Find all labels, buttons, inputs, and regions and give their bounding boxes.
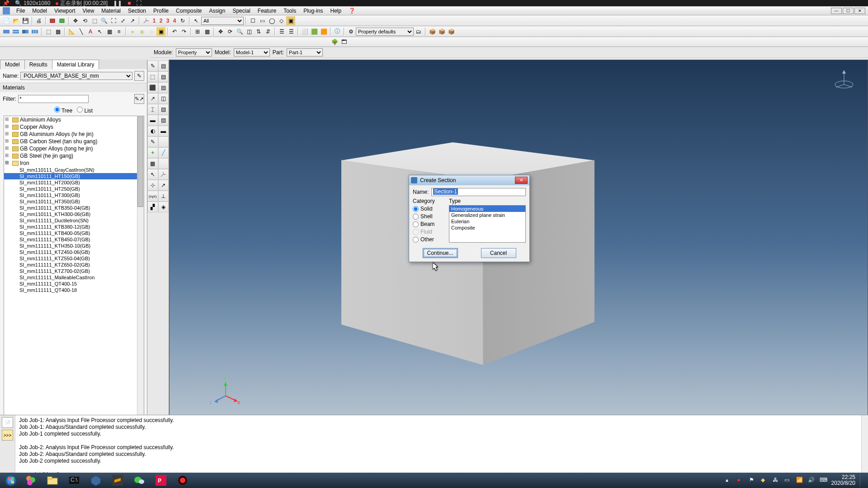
rec-pause-icon[interactable]: ❚❚ <box>113 0 122 6</box>
menu-file[interactable]: File <box>13 7 28 15</box>
rect-select-icon[interactable]: ▭ <box>258 16 267 25</box>
tree-material-item[interactable]: SI_mm111111_KTB380-12(GB) <box>4 224 144 230</box>
view-1-button[interactable]: 1 <box>151 16 157 25</box>
close-button[interactable]: ✕ <box>854 8 865 14</box>
grid-icon[interactable]: ▦ <box>203 27 212 36</box>
tray-net-icon[interactable]: 🖧 <box>773 477 780 484</box>
rows-icon[interactable]: ☰ <box>277 27 286 36</box>
category-beam[interactable]: Beam <box>413 221 445 227</box>
task-wechat[interactable] <box>129 474 150 487</box>
composite-mgr-icon[interactable]: ▤ <box>158 115 169 126</box>
sphere3-icon[interactable]: ○ <box>147 27 156 36</box>
datum-icon[interactable]: ╱ <box>158 147 169 158</box>
viewport[interactable]: x y z Create Section ✕ Name: Section-1 <box>169 60 868 429</box>
tree-material-item[interactable]: SI_mm111111_KTZ550-04(GB) <box>4 255 144 262</box>
rec-stop-icon[interactable]: ■ <box>127 0 131 6</box>
tree-material-item[interactable]: SI_mm111111_DuctileIron(SN) <box>4 217 144 224</box>
tab-material-library[interactable]: Material Library <box>52 60 99 69</box>
task-explorer[interactable] <box>42 474 63 487</box>
table-icon[interactable]: ▦ <box>105 27 114 36</box>
replace-icon[interactable]: ☐ <box>248 16 257 25</box>
continue-button[interactable]: Continue... <box>423 248 458 258</box>
vsync-icon[interactable]: ⇵ <box>264 27 273 36</box>
dialog-titlebar[interactable]: Create Section ✕ <box>409 175 529 185</box>
tray-lang-icon[interactable]: ⌨ <box>820 477 827 484</box>
task-cmd[interactable]: C:\ <box>64 474 85 487</box>
menu-material[interactable]: Material <box>98 7 124 15</box>
line-icon[interactable]: ╲ <box>76 27 85 36</box>
model-select[interactable]: Model-1 <box>234 48 270 56</box>
mesh-icon[interactable]: ⊞ <box>193 27 202 36</box>
tree-material-item[interactable]: SI_mm110111_HT150(GB) <box>4 173 144 179</box>
section-manager-icon[interactable]: ▤ <box>158 71 169 82</box>
beam-orient-icon[interactable]: ◫ <box>158 93 169 104</box>
view-4-button[interactable]: 4 <box>171 16 178 25</box>
rec-settings-icon[interactable]: ⛶ <box>136 0 142 6</box>
task-recorder[interactable] <box>172 474 193 487</box>
library-name-select[interactable]: POLARIS_MAT_BASE_SI_mm <box>20 72 132 80</box>
menu-plugins[interactable]: Plug-ins <box>300 7 326 15</box>
menu-feature[interactable]: Feature <box>254 7 280 15</box>
view-2-button[interactable]: 2 <box>158 16 164 25</box>
tree-icon[interactable]: 🌳 <box>330 38 339 47</box>
front-view-icon[interactable]: ⬚ <box>90 16 99 25</box>
cs-icon[interactable]: ↗ <box>158 180 169 191</box>
ortho-icon[interactable]: ▦ <box>53 27 62 36</box>
console-scrollbar[interactable] <box>861 415 868 473</box>
minimize-button[interactable]: — <box>831 8 842 14</box>
maximize-button[interactable]: ☐ <box>843 8 854 14</box>
tree-material-item[interactable]: SI_mm111111_KTB400-05(GB) <box>4 230 144 236</box>
rows2-icon[interactable]: ☰ <box>287 27 296 36</box>
stack-icon[interactable]: 🗂 <box>414 27 423 36</box>
list-radio[interactable]: List <box>77 108 93 114</box>
skin-icon[interactable]: ◐ <box>147 126 158 136</box>
shaded-icon[interactable] <box>21 27 30 36</box>
tree-material-item[interactable]: SI_mm111111_KTZ450-06(GB) <box>4 249 144 255</box>
tray-clock[interactable]: 22:25 2020/8/20 <box>831 474 855 486</box>
edges-icon[interactable] <box>30 27 39 36</box>
menu-section[interactable]: Section <box>124 7 150 15</box>
show-desktop-button[interactable] <box>860 474 863 487</box>
type-item[interactable]: Eulerian <box>449 218 525 225</box>
tree-material-item[interactable]: SI_mm111111_MalleableCastIron <box>4 274 144 281</box>
tray-up-icon[interactable]: ▴ <box>726 477 733 484</box>
face-icon[interactable]: ◈ <box>158 202 169 212</box>
selection-filter[interactable]: All <box>201 17 244 25</box>
menu-assign[interactable]: Assign <box>205 7 229 15</box>
cube1-icon[interactable]: ⬜ <box>300 27 309 36</box>
sync-icon[interactable]: ⇅ <box>254 27 263 36</box>
partition-icon[interactable]: ▦ <box>147 158 158 169</box>
menu-tools[interactable]: Tools <box>280 7 300 15</box>
tree-material-item[interactable]: SI_mm110111_HT300(GB) <box>4 192 144 198</box>
undo-view-icon[interactable]: ↶ <box>170 27 179 36</box>
ref-point-icon[interactable]: ⊹ <box>147 180 158 191</box>
menu-composite[interactable]: Composite <box>172 7 205 15</box>
composite-icon[interactable]: ▬ <box>147 115 158 126</box>
material-tree[interactable]: Aluminium Alloys Copper Alloys GB Alumin… <box>4 116 144 417</box>
create-section-icon[interactable]: ⬚ <box>147 71 158 82</box>
axis2-icon[interactable]: ↗ <box>128 16 137 25</box>
stringer-icon[interactable]: ▬ <box>158 126 169 136</box>
list-icon[interactable]: ≡ <box>114 27 123 36</box>
axis-icon[interactable]: ⤢ <box>118 16 127 25</box>
select-icon[interactable]: ↖ <box>192 16 201 25</box>
highlight-icon[interactable]: ▣ <box>156 27 165 36</box>
tab-model[interactable]: Model <box>0 60 25 69</box>
box-icon[interactable]: ◫ <box>245 27 254 36</box>
tree-material-item[interactable]: SI_mm110111_HT200(GB) <box>4 179 144 186</box>
material-manager-icon[interactable]: ▤ <box>158 61 169 71</box>
menu-help[interactable]: Help <box>327 7 345 15</box>
tree-material-item[interactable]: SI_mm111111_QT400-18 <box>4 287 144 293</box>
move-icon[interactable]: ✥ <box>216 27 225 36</box>
tree-material-item[interactable]: SI_mm111111_KTZ700-02(GB) <box>4 268 144 274</box>
tree-material-item[interactable]: SI_mm110111_HT350(GB) <box>4 198 144 205</box>
cycle-view-icon[interactable]: ↻ <box>178 16 187 25</box>
type-item[interactable]: Homogeneous <box>449 206 525 212</box>
category-solid[interactable]: Solid <box>413 206 445 212</box>
info-icon[interactable]: ⓘ <box>333 27 342 36</box>
box3d-3-icon[interactable]: 📦 <box>447 27 456 36</box>
create-material-icon[interactable]: ✎ <box>147 61 158 71</box>
tree-material-item[interactable]: SI_mm110111_HT250(GB) <box>4 186 144 192</box>
dialog-close-button[interactable]: ✕ <box>515 177 528 184</box>
cli-tab-button[interactable]: >>> <box>2 430 13 441</box>
